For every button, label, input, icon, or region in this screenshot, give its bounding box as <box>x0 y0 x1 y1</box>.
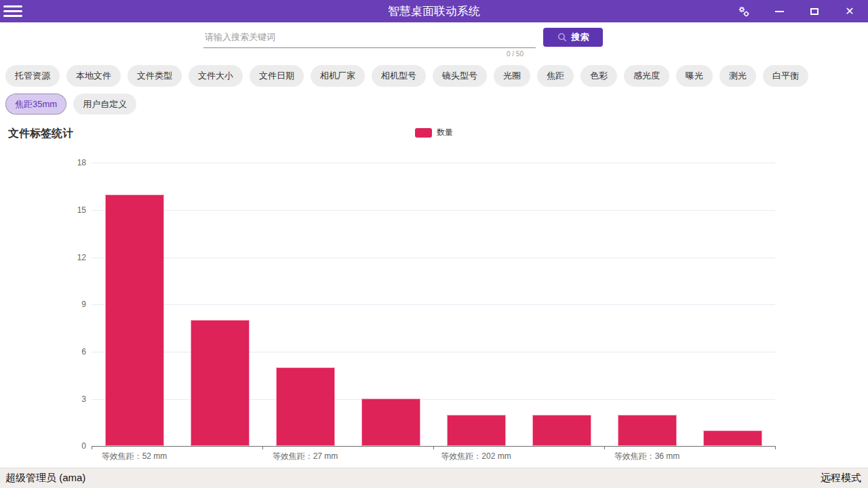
legend-label: 数量 <box>437 127 453 138</box>
statusbar: 超级管理员 (ama) 远程模式 <box>0 468 868 488</box>
window-controls: ✕ <box>736 4 868 19</box>
gridline <box>92 210 775 211</box>
x-axis-label: 等效焦距：202 mm <box>441 451 511 462</box>
bar-等效焦距：202 mm[interactable] <box>447 415 506 446</box>
x-axis-tick <box>775 446 776 449</box>
filter-chip[interactable]: 焦距35mm <box>5 94 66 115</box>
search-char-counter: 0 / 50 <box>507 50 524 58</box>
filter-chip[interactable]: 文件日期 <box>250 65 304 87</box>
bar-chart: 0369121518等效焦距：52 mm等效焦距：27 mm等效焦距：202 m… <box>0 146 868 464</box>
gridline <box>92 304 775 305</box>
gridline <box>92 258 775 258</box>
filter-chip[interactable]: 白平衡 <box>763 65 808 87</box>
search-input[interactable] <box>203 28 536 48</box>
x-axis-tick <box>92 446 92 449</box>
chart-legend[interactable]: 数量 <box>0 127 868 138</box>
filter-chip[interactable]: 焦距 <box>537 65 574 87</box>
x-axis-tick <box>433 446 434 449</box>
y-axis-tick-label: 3 <box>0 394 86 404</box>
bar-item-5[interactable] <box>532 415 591 446</box>
filter-chip[interactable]: 文件类型 <box>127 65 182 87</box>
bar-等效焦距：52 mm[interactable] <box>105 195 164 447</box>
statusbar-mode: 远程模式 <box>821 472 861 485</box>
filter-chip[interactable]: 曝光 <box>676 65 713 87</box>
y-axis-tick-label: 6 <box>0 347 86 357</box>
y-axis-tick-label: 15 <box>0 205 86 215</box>
bar-等效焦距：27 mm[interactable] <box>276 367 335 446</box>
y-axis-tick-label: 12 <box>0 253 86 262</box>
search-button-label: 搜索 <box>572 31 589 43</box>
gridline <box>92 163 775 163</box>
chart-header: 文件标签统计 数量 <box>0 123 868 146</box>
filter-chip-row: 托管资源本地文件文件类型文件大小文件日期相机厂家相机型号镜头型号光圈焦距色彩感光… <box>0 61 868 117</box>
hamburger-icon[interactable] <box>0 0 30 22</box>
bar-item-1[interactable] <box>191 320 250 446</box>
bar-等效焦距：36 mm[interactable] <box>618 415 677 446</box>
filter-chip[interactable]: 本地文件 <box>66 65 121 87</box>
filter-chip[interactable]: 相机型号 <box>372 65 426 87</box>
filter-chip[interactable]: 感光度 <box>624 65 669 87</box>
filter-chip[interactable]: 色彩 <box>580 65 617 87</box>
filter-chip[interactable]: 测光 <box>719 65 756 87</box>
x-axis-label: 等效焦距：27 mm <box>273 451 338 462</box>
bar-item-3[interactable] <box>361 399 420 446</box>
search-field-wrap: 0 / 50 <box>203 28 536 48</box>
close-icon[interactable]: ✕ <box>842 4 857 19</box>
filter-chip[interactable]: 镜头型号 <box>433 65 487 87</box>
y-axis-tick-label: 0 <box>0 441 86 451</box>
filter-chip[interactable]: 文件大小 <box>189 65 243 87</box>
y-axis-tick-label: 18 <box>0 158 86 167</box>
filter-chip[interactable]: 托管资源 <box>5 65 60 87</box>
minimize-icon[interactable] <box>772 4 787 19</box>
x-axis-tick <box>262 446 263 449</box>
x-axis-label: 等效焦距：52 mm <box>102 451 167 462</box>
legend-swatch <box>415 128 432 138</box>
bar-item-7[interactable] <box>703 430 762 446</box>
filter-chip[interactable]: 用户自定义 <box>73 94 136 115</box>
x-axis-tick <box>604 446 605 449</box>
filter-chip[interactable]: 相机厂家 <box>311 65 365 87</box>
x-axis-label: 等效焦距：36 mm <box>614 451 680 462</box>
gear-icon[interactable] <box>736 4 751 19</box>
titlebar: 智慧桌面联动系统 ✕ <box>0 0 868 22</box>
search-icon <box>557 33 567 42</box>
search-button[interactable]: 搜索 <box>543 28 603 47</box>
search-row: 0 / 50 搜索 <box>0 22 868 61</box>
maximize-icon[interactable] <box>807 4 822 19</box>
filter-chip[interactable]: 光圈 <box>494 65 530 87</box>
statusbar-user: 超级管理员 (ama) <box>5 472 85 485</box>
y-axis-tick-label: 9 <box>0 300 86 309</box>
